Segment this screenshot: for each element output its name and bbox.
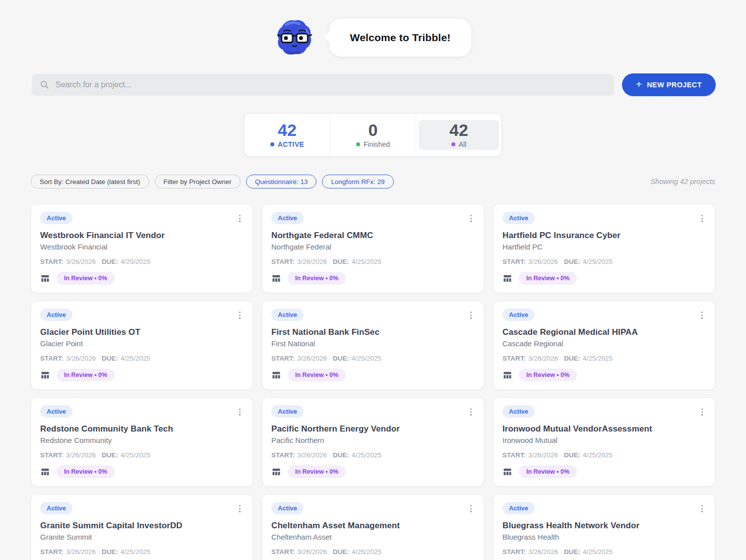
stat-active[interactable]: 42 ACTIVE — [245, 114, 330, 156]
longform-rfx-chip[interactable]: Longform RFx: 29 — [322, 175, 393, 188]
kebab-menu-icon[interactable] — [236, 406, 244, 418]
search-box[interactable] — [32, 74, 614, 96]
filter-owner-chip[interactable]: Filter by Project Owner — [155, 175, 241, 188]
project-dates: START: 3/26/2026 DUE: 4/25/2025 — [271, 355, 475, 362]
active-count: 42 — [278, 122, 297, 139]
kebab-menu-icon[interactable] — [467, 310, 475, 321]
welcome-text: Welcome to Tribble! — [350, 32, 451, 43]
project-card[interactable]: Active Redstone Community Bank Tech Reds… — [31, 397, 253, 487]
project-title: Cheltenham Asset Management — [271, 521, 475, 531]
project-card[interactable]: Active Pacific Northern Energy Vendor Pa… — [262, 397, 484, 487]
project-title: Redstone Community Bank Tech — [40, 424, 244, 434]
due-date: 4/25/2025 — [121, 355, 150, 362]
due-date: 4/25/2025 — [121, 451, 150, 459]
stat-all[interactable]: 42 All — [416, 114, 501, 156]
start-label: START: — [40, 451, 63, 459]
start-date: 3/26/2026 — [297, 451, 327, 459]
finished-dot-icon — [356, 142, 360, 146]
card-footer: In Review • 0% — [502, 465, 706, 478]
project-card[interactable]: Active Glacier Point Utilities OT Glacie… — [31, 301, 253, 390]
project-subtitle: First National — [271, 339, 475, 348]
due-label: DUE: — [564, 258, 580, 265]
card-footer: In Review • 0% — [502, 369, 706, 381]
card-header: Active — [271, 309, 475, 321]
kebab-menu-icon[interactable] — [698, 213, 706, 224]
project-subtitle: Westbrook Financial — [40, 243, 244, 251]
kebab-menu-icon[interactable] — [698, 310, 706, 321]
start-date: 3/26/2026 — [297, 355, 327, 362]
stat-finished[interactable]: 0 Finished — [330, 114, 416, 156]
table-icon — [40, 273, 50, 283]
table-icon — [40, 467, 50, 477]
project-card[interactable]: Active Cheltenham Asset Management Chelt… — [262, 494, 484, 560]
due-date: 4/25/2025 — [583, 451, 613, 459]
questionnaire-chip[interactable]: Questionnaire: 13 — [246, 175, 317, 188]
card-header: Active — [271, 502, 475, 514]
all-count: 42 — [449, 122, 468, 139]
sort-by-chip[interactable]: Sort By: Created Date (latest first) — [31, 175, 149, 188]
status-badge: Active — [271, 212, 304, 224]
due-date: 4/25/2025 — [352, 451, 381, 459]
review-status-badge: In Review • 0% — [519, 272, 577, 285]
project-dates: START: 3/26/2026 DUE: 4/25/2025 — [40, 451, 244, 459]
due-date: 4/25/2025 — [121, 258, 150, 265]
kebab-menu-icon[interactable] — [467, 213, 475, 224]
project-card[interactable]: Active Granite Summit Capital InvestorDD… — [31, 494, 253, 560]
due-date: 4/25/2025 — [352, 258, 381, 265]
finished-label: Finished — [364, 140, 390, 148]
start-date: 3/26/2026 — [528, 355, 558, 362]
project-dates: START: 3/26/2026 DUE: 4/25/2025 — [502, 258, 706, 265]
project-card[interactable]: Active First National Bank FinSec First … — [262, 301, 484, 390]
project-dates: START: 3/26/2026 DUE: 4/25/2025 — [502, 355, 706, 362]
project-title: Glacier Point Utilities OT — [40, 327, 244, 337]
project-card[interactable]: Active Hartfield PC Insurance Cyber Hart… — [493, 204, 715, 293]
kebab-menu-icon[interactable] — [698, 406, 706, 418]
project-subtitle: Granite Summit — [40, 533, 244, 541]
plus-icon: + — [636, 79, 642, 89]
project-dates: START: 3/26/2026 DUE: 4/25/2025 — [271, 258, 475, 265]
status-badge: Active — [271, 309, 304, 321]
kebab-menu-icon[interactable] — [467, 503, 475, 514]
project-card[interactable]: Active Ironwood Mutual VendorAssessment … — [493, 397, 715, 487]
review-status-badge: In Review • 0% — [57, 272, 115, 285]
new-project-label: NEW PROJECT — [647, 81, 702, 89]
start-label: START: — [40, 548, 63, 556]
project-card[interactable]: Active Northgate Federal CMMC Northgate … — [262, 204, 484, 293]
project-card[interactable]: Active Bluegrass Health Network Vendor B… — [493, 494, 715, 560]
due-label: DUE: — [333, 258, 349, 265]
project-subtitle: Pacific Northern — [271, 436, 475, 444]
search-input[interactable] — [56, 80, 606, 89]
due-date: 4/25/2025 — [352, 548, 381, 556]
kebab-menu-icon[interactable] — [698, 503, 706, 514]
status-badge: Active — [502, 309, 535, 321]
finished-count: 0 — [369, 122, 378, 139]
kebab-menu-icon[interactable] — [236, 213, 244, 224]
card-footer: In Review • 0% — [502, 272, 706, 285]
start-label: START: — [271, 451, 295, 459]
project-card[interactable]: Active Westbrook Financial IT Vendor Wes… — [31, 204, 253, 293]
start-label: START: — [271, 258, 295, 265]
all-label: All — [459, 140, 467, 148]
start-date: 3/26/2026 — [297, 258, 327, 265]
due-label: DUE: — [102, 258, 118, 265]
project-dates: START: 3/26/2026 DUE: 4/25/2025 — [271, 451, 475, 459]
due-date: 4/25/2025 — [583, 258, 613, 265]
start-date: 3/26/2026 — [528, 258, 558, 265]
project-card[interactable]: Active Cascade Regional Medical HIPAA Ca… — [493, 301, 715, 390]
status-badge: Active — [502, 212, 535, 224]
card-footer: In Review • 0% — [40, 272, 244, 285]
kebab-menu-icon[interactable] — [467, 406, 475, 418]
kebab-menu-icon[interactable] — [236, 310, 244, 321]
due-label: DUE: — [333, 355, 349, 362]
start-date: 3/26/2026 — [66, 258, 96, 265]
new-project-button[interactable]: + NEW PROJECT — [622, 73, 716, 96]
project-title: Pacific Northern Energy Vendor — [271, 424, 475, 434]
project-dates: START: 3/26/2026 DUE: 4/25/2025 — [40, 548, 244, 556]
project-subtitle: Bluegrass Health — [502, 533, 706, 541]
project-dates: START: 3/26/2026 DUE: 4/25/2025 — [271, 548, 475, 556]
review-status-badge: In Review • 0% — [519, 369, 577, 381]
project-subtitle: Hartfield PC — [502, 243, 706, 251]
kebab-menu-icon[interactable] — [236, 503, 244, 514]
project-title: Cascade Regional Medical HIPAA — [502, 327, 706, 337]
active-dot-icon — [270, 142, 274, 146]
